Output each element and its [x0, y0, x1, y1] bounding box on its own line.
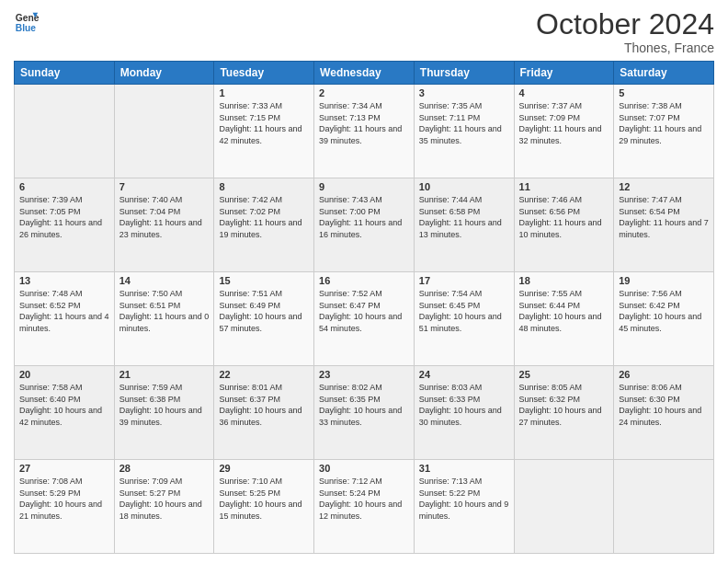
- cell-info: Sunrise: 7:44 AMSunset: 6:58 PMDaylight:…: [419, 195, 502, 239]
- calendar-cell: 30Sunrise: 7:12 AMSunset: 5:24 PMDayligh…: [314, 460, 415, 554]
- cell-info: Sunrise: 7:40 AMSunset: 7:04 PMDaylight:…: [119, 195, 202, 239]
- calendar-cell: [114, 85, 214, 178]
- calendar-cell: 1Sunrise: 7:33 AMSunset: 7:15 PMDaylight…: [214, 85, 314, 178]
- header-day: Sunday: [15, 62, 115, 85]
- cell-info: Sunrise: 7:38 AMSunset: 7:07 PMDaylight:…: [619, 101, 701, 145]
- day-number: 18: [519, 275, 609, 286]
- day-number: 26: [619, 369, 709, 380]
- logo-icon: General Blue: [14, 9, 40, 35]
- calendar-cell: 12Sunrise: 7:47 AMSunset: 6:54 PMDayligh…: [614, 178, 714, 272]
- calendar-cell: 23Sunrise: 8:02 AMSunset: 6:35 PMDayligh…: [314, 366, 415, 460]
- calendar-cell: 31Sunrise: 7:13 AMSunset: 5:22 PMDayligh…: [414, 460, 514, 554]
- calendar-cell: 28Sunrise: 7:09 AMSunset: 5:27 PMDayligh…: [114, 460, 214, 554]
- calendar-cell: 16Sunrise: 7:52 AMSunset: 6:47 PMDayligh…: [314, 272, 415, 366]
- day-number: 24: [419, 369, 509, 380]
- day-number: 17: [419, 275, 509, 286]
- header-day: Tuesday: [214, 62, 314, 85]
- day-number: 27: [19, 463, 109, 474]
- calendar-cell: 14Sunrise: 7:50 AMSunset: 6:51 PMDayligh…: [114, 272, 214, 366]
- day-number: 5: [619, 87, 709, 98]
- day-number: 31: [419, 463, 509, 474]
- day-number: 1: [219, 87, 309, 98]
- day-number: 23: [319, 369, 409, 380]
- cell-info: Sunrise: 7:52 AMSunset: 6:47 PMDaylight:…: [319, 289, 402, 333]
- calendar-cell: 21Sunrise: 7:59 AMSunset: 6:38 PMDayligh…: [114, 366, 214, 460]
- cell-info: Sunrise: 8:01 AMSunset: 6:37 PMDaylight:…: [219, 383, 301, 427]
- day-number: 14: [119, 275, 210, 286]
- page: General Blue October 2024 Thones, France…: [0, 0, 728, 563]
- cell-info: Sunrise: 8:06 AMSunset: 6:30 PMDaylight:…: [619, 383, 701, 427]
- cell-info: Sunrise: 7:54 AMSunset: 6:45 PMDaylight:…: [419, 289, 502, 333]
- day-number: 13: [19, 275, 109, 286]
- day-number: 8: [219, 181, 309, 192]
- cell-info: Sunrise: 7:35 AMSunset: 7:11 PMDaylight:…: [419, 101, 502, 145]
- cell-info: Sunrise: 7:12 AMSunset: 5:24 PMDaylight:…: [319, 477, 402, 521]
- cell-info: Sunrise: 7:13 AMSunset: 5:22 PMDaylight:…: [419, 477, 509, 521]
- day-number: 12: [619, 181, 709, 192]
- day-number: 20: [19, 369, 109, 380]
- header-day: Saturday: [614, 62, 714, 85]
- day-number: 15: [219, 275, 309, 286]
- day-number: 16: [319, 275, 409, 286]
- cell-info: Sunrise: 7:33 AMSunset: 7:15 PMDaylight:…: [219, 101, 301, 145]
- calendar-cell: [614, 460, 714, 554]
- cell-info: Sunrise: 8:02 AMSunset: 6:35 PMDaylight:…: [319, 383, 402, 427]
- calendar-week: 1Sunrise: 7:33 AMSunset: 7:15 PMDaylight…: [15, 85, 714, 178]
- calendar-cell: 3Sunrise: 7:35 AMSunset: 7:11 PMDaylight…: [414, 85, 514, 178]
- header: General Blue October 2024 Thones, France: [14, 9, 714, 55]
- header-day: Friday: [514, 62, 614, 85]
- calendar-week: 27Sunrise: 7:08 AMSunset: 5:29 PMDayligh…: [15, 460, 714, 554]
- svg-text:Blue: Blue: [16, 23, 37, 33]
- cell-info: Sunrise: 7:55 AMSunset: 6:44 PMDaylight:…: [519, 289, 602, 333]
- cell-info: Sunrise: 7:58 AMSunset: 6:40 PMDaylight:…: [19, 383, 102, 427]
- cell-info: Sunrise: 8:05 AMSunset: 6:32 PMDaylight:…: [519, 383, 602, 427]
- logo: General Blue: [14, 9, 40, 35]
- cell-info: Sunrise: 8:03 AMSunset: 6:33 PMDaylight:…: [419, 383, 502, 427]
- calendar-cell: 17Sunrise: 7:54 AMSunset: 6:45 PMDayligh…: [414, 272, 514, 366]
- calendar-week: 13Sunrise: 7:48 AMSunset: 6:52 PMDayligh…: [15, 272, 714, 366]
- calendar-cell: 10Sunrise: 7:44 AMSunset: 6:58 PMDayligh…: [414, 178, 514, 272]
- day-number: 4: [519, 87, 609, 98]
- day-number: 21: [119, 369, 210, 380]
- day-number: 29: [219, 463, 309, 474]
- header-day: Monday: [114, 62, 214, 85]
- calendar-cell: 26Sunrise: 8:06 AMSunset: 6:30 PMDayligh…: [614, 366, 714, 460]
- calendar-cell: 7Sunrise: 7:40 AMSunset: 7:04 PMDaylight…: [114, 178, 214, 272]
- day-number: 7: [119, 181, 210, 192]
- calendar-cell: [15, 85, 115, 178]
- day-number: 3: [419, 87, 509, 98]
- location: Thones, France: [536, 40, 714, 55]
- calendar-cell: 24Sunrise: 8:03 AMSunset: 6:33 PMDayligh…: [414, 366, 514, 460]
- cell-info: Sunrise: 7:39 AMSunset: 7:05 PMDaylight:…: [19, 195, 102, 239]
- calendar-week: 20Sunrise: 7:58 AMSunset: 6:40 PMDayligh…: [15, 366, 714, 460]
- header-day: Wednesday: [314, 62, 415, 85]
- day-number: 9: [319, 181, 409, 192]
- cell-info: Sunrise: 7:42 AMSunset: 7:02 PMDaylight:…: [219, 195, 301, 239]
- cell-info: Sunrise: 7:48 AMSunset: 6:52 PMDaylight:…: [19, 289, 109, 333]
- day-number: 30: [319, 463, 409, 474]
- day-number: 10: [419, 181, 509, 192]
- calendar-cell: 2Sunrise: 7:34 AMSunset: 7:13 PMDaylight…: [314, 85, 415, 178]
- cell-info: Sunrise: 7:09 AMSunset: 5:27 PMDaylight:…: [119, 477, 202, 521]
- day-number: 19: [619, 275, 709, 286]
- day-number: 22: [219, 369, 309, 380]
- calendar-table: SundayMondayTuesdayWednesdayThursdayFrid…: [14, 61, 714, 554]
- calendar-cell: 27Sunrise: 7:08 AMSunset: 5:29 PMDayligh…: [15, 460, 115, 554]
- cell-info: Sunrise: 7:08 AMSunset: 5:29 PMDaylight:…: [19, 477, 102, 521]
- calendar-cell: 9Sunrise: 7:43 AMSunset: 7:00 PMDaylight…: [314, 178, 415, 272]
- calendar-cell: 22Sunrise: 8:01 AMSunset: 6:37 PMDayligh…: [214, 366, 314, 460]
- calendar-cell: 19Sunrise: 7:56 AMSunset: 6:42 PMDayligh…: [614, 272, 714, 366]
- header-row: SundayMondayTuesdayWednesdayThursdayFrid…: [15, 62, 714, 85]
- calendar-cell: 13Sunrise: 7:48 AMSunset: 6:52 PMDayligh…: [15, 272, 115, 366]
- calendar-cell: 6Sunrise: 7:39 AMSunset: 7:05 PMDaylight…: [15, 178, 115, 272]
- calendar-header: SundayMondayTuesdayWednesdayThursdayFrid…: [15, 62, 714, 85]
- cell-info: Sunrise: 7:10 AMSunset: 5:25 PMDaylight:…: [219, 477, 301, 521]
- day-number: 25: [519, 369, 609, 380]
- cell-info: Sunrise: 7:51 AMSunset: 6:49 PMDaylight:…: [219, 289, 301, 333]
- calendar-body: 1Sunrise: 7:33 AMSunset: 7:15 PMDaylight…: [15, 85, 714, 554]
- cell-info: Sunrise: 7:56 AMSunset: 6:42 PMDaylight:…: [619, 289, 701, 333]
- cell-info: Sunrise: 7:34 AMSunset: 7:13 PMDaylight:…: [319, 101, 402, 145]
- calendar-cell: 20Sunrise: 7:58 AMSunset: 6:40 PMDayligh…: [15, 366, 115, 460]
- calendar-cell: 29Sunrise: 7:10 AMSunset: 5:25 PMDayligh…: [214, 460, 314, 554]
- cell-info: Sunrise: 7:46 AMSunset: 6:56 PMDaylight:…: [519, 195, 602, 239]
